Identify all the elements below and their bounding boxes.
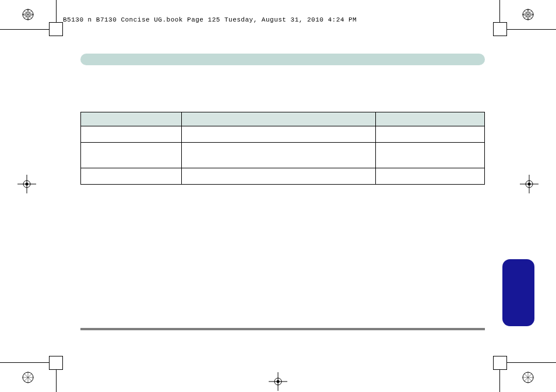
svg-line-11 xyxy=(28,12,33,15)
section-thumb-tab xyxy=(502,259,534,326)
table-row xyxy=(81,168,485,185)
table-header-row xyxy=(81,112,485,126)
section-banner xyxy=(80,54,485,65)
svg-line-21 xyxy=(528,15,530,20)
table-cell xyxy=(182,168,376,185)
table-cell xyxy=(81,143,182,168)
table-cell xyxy=(375,168,484,185)
table-header-cell xyxy=(182,112,376,126)
table-cell xyxy=(375,143,484,168)
svg-line-10 xyxy=(23,15,28,17)
registration-mark-icon xyxy=(22,372,34,383)
table-cell xyxy=(81,126,182,143)
svg-line-9 xyxy=(23,12,28,15)
table-header-cell xyxy=(81,112,182,126)
registration-mark-icon xyxy=(17,175,29,186)
table-cell xyxy=(182,143,376,168)
table-row xyxy=(81,126,485,143)
table-cell xyxy=(182,126,376,143)
svg-line-20 xyxy=(526,15,528,20)
svg-line-18 xyxy=(526,9,528,15)
svg-line-7 xyxy=(26,15,28,20)
svg-line-12 xyxy=(28,15,33,17)
registration-mark-icon xyxy=(520,175,532,186)
table-header-cell xyxy=(375,112,484,126)
table-cell xyxy=(81,168,182,185)
svg-line-25 xyxy=(528,15,533,17)
registration-mark-icon xyxy=(522,9,534,20)
content-table xyxy=(80,112,485,185)
svg-line-19 xyxy=(528,9,530,15)
document-header-line: B5130 n B7130 Concise UG.book Page 125 T… xyxy=(63,16,357,23)
svg-line-8 xyxy=(28,15,30,20)
svg-line-22 xyxy=(523,12,528,15)
svg-line-23 xyxy=(523,15,528,17)
svg-line-24 xyxy=(528,12,533,15)
registration-mark-icon xyxy=(22,9,34,20)
svg-line-6 xyxy=(28,9,30,15)
svg-line-5 xyxy=(26,9,28,15)
registration-mark-icon xyxy=(269,372,280,384)
registration-mark-icon xyxy=(522,372,534,383)
table-row xyxy=(81,143,485,168)
table-cell xyxy=(375,126,484,143)
document-page: B5130 n B7130 Concise UG.book Page 125 T… xyxy=(0,0,556,392)
footer-rule xyxy=(80,328,485,330)
